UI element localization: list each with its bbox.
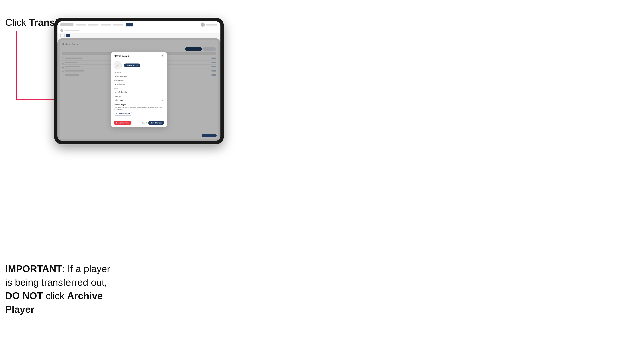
save-changes-button[interactable]: Save Changes xyxy=(148,121,164,125)
user-name-text xyxy=(206,24,218,25)
app-bar xyxy=(58,21,220,28)
tab-active[interactable] xyxy=(66,34,70,37)
transfer-player-button[interactable]: ↻ Transfer Player xyxy=(114,112,132,115)
transfer-section-title: Transfer Player xyxy=(114,104,164,106)
player-details-modal: Player Details ✕ xyxy=(111,52,167,127)
app-logo xyxy=(60,23,74,26)
transfer-section-description: If this player has moved to another scho… xyxy=(114,106,164,110)
add-player-button[interactable] xyxy=(202,134,217,137)
sub-bar xyxy=(58,28,220,33)
display-name-label: Display Name xyxy=(114,80,164,82)
instruction-prefix: Click xyxy=(5,17,29,28)
upload-photo-button[interactable]: Upload Photo xyxy=(124,63,140,67)
transfer-icon: ↻ xyxy=(116,113,118,115)
archive-player-button[interactable]: ⊘ Archive Player xyxy=(114,121,132,125)
modal-header: Player Details ✕ xyxy=(111,52,167,59)
archive-icon: ⊘ xyxy=(116,122,117,124)
svg-point-3 xyxy=(117,64,118,65)
archive-button-label: Archive Player xyxy=(118,122,129,124)
school-year-field-group: School Year Sixth Year ▾ xyxy=(114,96,164,102)
user-silhouette-icon xyxy=(116,63,120,67)
instruction-bottom: IMPORTANT: If a player is being transfer… xyxy=(5,262,114,316)
sub-bar-icon xyxy=(60,29,63,32)
modal-footer: ⊘ Archive Player Cancel Save Changes xyxy=(111,120,167,127)
nav-item-admin[interactable] xyxy=(113,24,124,25)
app-bar-right xyxy=(201,22,218,27)
transfer-button-label: Transfer Player xyxy=(118,113,130,115)
nav-item-team[interactable] xyxy=(88,24,98,25)
modal-close-button[interactable]: ✕ xyxy=(161,54,164,57)
sub-bar-breadcrumb xyxy=(64,30,80,31)
photo-upload-row: Upload Photo xyxy=(114,61,164,69)
full-name-field-group: Full Name xyxy=(114,72,164,78)
nav-item-active[interactable] xyxy=(126,23,133,26)
modal-overlay: Player Details ✕ xyxy=(58,38,220,141)
email-field-group: Email xyxy=(114,88,164,94)
tablet-device: Update Roster xyxy=(54,18,224,144)
user-avatar xyxy=(201,22,205,27)
display-name-field-group: Display Name xyxy=(114,80,164,86)
tab-inactive-1[interactable] xyxy=(60,34,64,37)
modal-body: Upload Photo Full Name Display Name xyxy=(111,59,167,119)
avatar-placeholder xyxy=(114,61,122,69)
school-year-select[interactable]: Sixth Year xyxy=(114,98,164,102)
instruction-suffix: click xyxy=(43,290,67,301)
nav-item-clubhouse[interactable] xyxy=(76,24,86,25)
close-icon: ✕ xyxy=(162,55,164,57)
full-name-label: Full Name xyxy=(114,72,164,74)
school-year-label: School Year xyxy=(114,96,164,98)
email-label: Email xyxy=(114,88,164,90)
nav-item-schedule[interactable] xyxy=(101,24,111,25)
main-content: Update Roster xyxy=(58,38,220,141)
school-year-select-wrapper: Sixth Year ▾ xyxy=(114,98,164,102)
modal-title: Player Details xyxy=(114,55,130,57)
email-input[interactable] xyxy=(114,90,164,94)
full-name-input[interactable] xyxy=(114,74,164,78)
tabs-row xyxy=(58,33,220,38)
transfer-section: Transfer Player If this player has moved… xyxy=(114,104,164,115)
cancel-button[interactable]: Cancel xyxy=(142,122,147,124)
tablet-screen: Update Roster xyxy=(58,21,220,141)
display-name-input[interactable] xyxy=(114,82,164,86)
instruction-do-not: DO NOT xyxy=(5,290,43,301)
instruction-important: IMPORTANT xyxy=(5,263,62,274)
